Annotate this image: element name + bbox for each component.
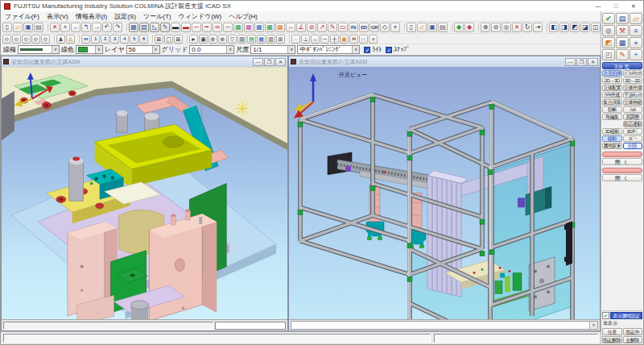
command-1-1[interactable]: 3D→2D — [623, 77, 643, 84]
zoom-part[interactable]: ⌖ — [630, 37, 642, 48]
line-style-thin[interactable]: ─ — [223, 23, 233, 32]
select-window[interactable]: ▣ — [199, 35, 208, 44]
view-cube-1[interactable]: ◧ — [549, 23, 559, 32]
coordinate-input[interactable] — [215, 322, 286, 330]
part-box[interactable]: ◰ — [602, 49, 615, 60]
grid-points[interactable]: ∷ — [359, 35, 368, 44]
open-button-1[interactable]: 開 く — [602, 158, 642, 165]
back-arrow[interactable]: ← — [71, 23, 80, 32]
viewport-left-titlebar[interactable]: 金型部品重量図の立体ASM — ❐ ✕ — [2, 56, 287, 67]
zoom-out[interactable]: ⊖ — [491, 23, 501, 32]
h-marker[interactable]: H — [349, 35, 358, 44]
center-mark-2[interactable]: ⊕ — [218, 35, 227, 44]
view-pan[interactable]: ⇥ — [533, 23, 543, 32]
hatch-tool[interactable]: ▨ — [237, 35, 246, 44]
shade-mode-1[interactable]: ⊖ — [2, 35, 11, 44]
confirm[interactable]: ✔ — [602, 13, 615, 24]
command-slot-1[interactable] — [602, 152, 642, 157]
badge-f0[interactable]: F0 — [349, 23, 358, 32]
minimize-button[interactable]: — — [592, 2, 605, 10]
line-type-select[interactable]: ∨ — [18, 45, 60, 54]
window-tile[interactable]: ▦ — [616, 37, 629, 48]
display-btn-0-0[interactable]: 任意 — [602, 328, 622, 335]
window-save[interactable]: ▤ — [616, 13, 629, 24]
structure-tree[interactable]: ≡ — [630, 25, 642, 36]
view-select[interactable]: ∨ — [291, 321, 598, 330]
grid-table-orange[interactable]: ▦ — [275, 23, 285, 32]
save-file[interactable]: ▣ — [23, 23, 33, 32]
view-mode-1[interactable]: 1 — [91, 35, 100, 44]
dim-angle[interactable]: ∠ — [296, 23, 306, 32]
viewport-restore-button[interactable]: ❐ — [264, 58, 275, 66]
line-style-dashed-red[interactable]: ╍ — [202, 23, 212, 32]
shade-mode-4[interactable]: ⊖ — [31, 35, 40, 44]
open-file[interactable]: ▱ — [13, 23, 23, 32]
link-model[interactable]: ◆ — [454, 23, 464, 32]
polygon-tool[interactable]: ▽ — [228, 35, 237, 44]
display-btn-1-0[interactable]: 指定解除 — [602, 336, 622, 343]
badge-gr[interactable]: GR — [369, 23, 379, 32]
view-mode-4[interactable]: 4 — [120, 35, 129, 44]
command-3-1[interactable]: 干渉ﾁｪｯｸ — [623, 92, 643, 98]
cross-style[interactable]: ┼ — [330, 35, 339, 44]
command-2-1[interactable]: 立体作成 — [623, 85, 643, 91]
snap-grid[interactable]: ▦ — [129, 23, 138, 32]
view-cube-2[interactable]: ◨ — [559, 23, 569, 32]
line-style-solid-bold[interactable]: ▬ — [171, 23, 180, 32]
menu-item-1[interactable]: 表示(V) — [47, 12, 68, 21]
pipe-fitting[interactable]: ≡ — [369, 35, 378, 44]
brush[interactable]: ✎ — [616, 49, 629, 60]
zoom-fit[interactable]: ◎ — [502, 23, 511, 32]
window-close-right[interactable]: ⊠ — [174, 35, 183, 44]
search[interactable]: ⌖ — [60, 23, 70, 32]
menu-item-5[interactable]: ウィンドウ(W) — [178, 12, 221, 21]
dim-leader[interactable]: ↗ — [317, 23, 327, 32]
command-0-1[interactable]: ﾊﾟﾗﾒﾄﾘｯｸ — [623, 70, 643, 77]
save-sheet[interactable]: ▣ — [427, 23, 437, 32]
print[interactable]: ▤ — [34, 23, 43, 32]
menu-item-3[interactable]: 設定(S) — [114, 12, 136, 21]
point-style[interactable]: · — [291, 35, 300, 44]
snap-angle[interactable]: ◺ — [150, 23, 159, 32]
command-9-0[interactable]: 移動 — [602, 135, 622, 142]
command-3-0[interactable]: ﾜｲﾔ作成 — [602, 92, 622, 98]
viewport-close-button[interactable]: ✕ — [588, 58, 598, 66]
display-btn-1-1[interactable]: 全解除 — [623, 336, 643, 343]
sketch-pen[interactable]: ✎ — [160, 23, 170, 32]
viewport-close-button[interactable]: ✕ — [275, 58, 286, 66]
viewport-right-canvas[interactable]: 任意ビュー — [289, 67, 600, 319]
solid-cube[interactable]: ◩ — [602, 37, 615, 48]
viewport-right-titlebar[interactable]: 金型部品重量図の立体ASM — ❐ ✕ — [289, 56, 600, 67]
dim-frame[interactable]: ▭ — [338, 23, 348, 32]
print-sheet[interactable]: ▤ — [438, 23, 448, 32]
menu-item-6[interactable]: ヘルプ(H) — [229, 12, 258, 21]
viewport-left-canvas[interactable] — [2, 67, 287, 319]
redo[interactable]: ↷ — [113, 23, 122, 32]
view-cube-4[interactable]: ◪ — [580, 23, 590, 32]
view-mode-5[interactable]: 5 — [130, 35, 138, 44]
menu-item-4[interactable]: ツール(T) — [143, 12, 171, 21]
command-10-0[interactable]: 属性変更 — [602, 143, 622, 149]
shade-display[interactable]: ◍ — [602, 25, 615, 36]
view-rotate[interactable]: ↻ — [522, 23, 532, 32]
tools[interactable]: ⚒ — [616, 25, 629, 36]
line-style-solid-red[interactable]: ─ — [192, 23, 201, 32]
display-btn-0-1[interactable]: 指定外 — [623, 328, 643, 335]
perp-snap[interactable]: ⊥ — [301, 35, 310, 44]
dim-linear[interactable]: ↔ — [286, 23, 295, 32]
view-cube-5[interactable]: ◫ — [591, 23, 601, 32]
dim-diameter[interactable]: ⊘ — [307, 23, 316, 32]
command-9-1[interactable]: ｺﾋﾟｰ — [623, 135, 643, 142]
command-4-0[interactable]: 集合演算 — [602, 99, 622, 106]
window-single[interactable]: ▢ — [164, 35, 173, 44]
display-attr-toggle[interactable]: ✔ — [602, 312, 609, 319]
viewport-minimize-button[interactable]: — — [565, 58, 576, 66]
command-10-1[interactable]: 削除 — [623, 143, 643, 149]
active-cell[interactable]: ▣ — [340, 35, 349, 44]
menu-item-0[interactable]: ファイル(F) — [5, 12, 39, 21]
new-file[interactable]: ▯ — [2, 23, 12, 32]
folder-open[interactable]: ▱ — [630, 13, 642, 24]
forward-arrow[interactable]: → — [92, 23, 101, 32]
group-users[interactable]: ♟ — [56, 35, 65, 44]
grid-table-green[interactable]: ▦ — [233, 23, 243, 32]
